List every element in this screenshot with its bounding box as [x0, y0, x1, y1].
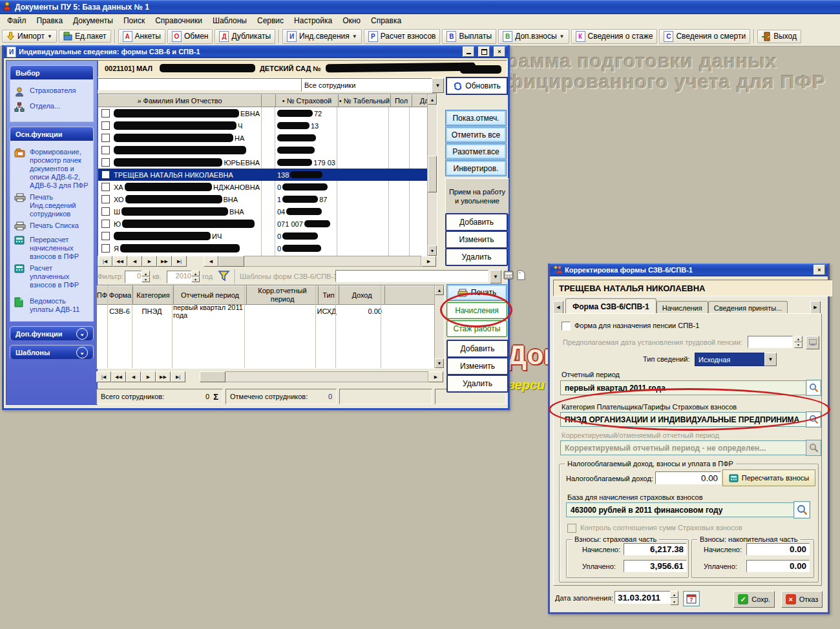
column-header-income[interactable]: Доход: [339, 285, 385, 305]
scrollbar-thumb[interactable]: [428, 156, 437, 192]
refresh-button[interactable]: Обновить: [446, 77, 508, 95]
hscroll-track[interactable]: [244, 256, 421, 267]
sidebar-item-insurer[interactable]: Страхователя: [14, 87, 89, 99]
spv-checkbox[interactable]: [562, 322, 571, 331]
unmark-all-button[interactable]: Разотмет.все: [445, 143, 507, 160]
print-button[interactable]: Печать: [446, 284, 507, 301]
template-new-doc-icon[interactable]: *: [517, 270, 525, 282]
cancel-button[interactable]: × Отказ: [781, 591, 823, 608]
insurance-accrued-input[interactable]: [624, 543, 687, 555]
toolbar-import-button[interactable]: Импорт▼: [2, 30, 57, 43]
pension-calendar-button[interactable]: [806, 336, 819, 349]
quarter-spin-buttons[interactable]: ▲▼: [142, 271, 150, 282]
column-header-insurance-number[interactable]: • № Страховой: [276, 94, 339, 107]
toolbar-experience-button[interactable]: КСведения о стаже: [571, 29, 658, 44]
save-button[interactable]: ✓ Сохр.: [733, 591, 775, 608]
info-type-dropdown-arrow[interactable]: ▼: [764, 353, 777, 366]
template-dropdown-arrow[interactable]: ▼: [490, 270, 501, 284]
menu-service[interactable]: Сервис: [253, 15, 288, 26]
period-field[interactable]: первый квартал 2011 года: [560, 380, 811, 395]
column-header-corr-period[interactable]: Корр.отчетный период: [247, 285, 319, 305]
column-header-type[interactable]: Тип: [319, 285, 339, 305]
column-header-pf[interactable]: ПФ: [97, 285, 108, 305]
menu-help[interactable]: Справка: [366, 15, 406, 26]
panel-templates-header[interactable]: Шаблоны ⌄⌄: [10, 345, 94, 359]
row-checkbox[interactable]: [101, 146, 110, 154]
work-experience-button[interactable]: Стаж работы: [446, 320, 507, 337]
forms-vertical-scrollbar[interactable]: ▲ ▼: [434, 285, 444, 368]
search-input[interactable]: [98, 78, 302, 90]
table-row[interactable]: [98, 144, 428, 156]
pension-date-input[interactable]: [748, 336, 793, 348]
menu-edit[interactable]: Правка: [32, 15, 68, 26]
toolbar-calc-contributions-button[interactable]: РРасчет взносов: [364, 29, 441, 44]
toolbar-extra-contributions-button[interactable]: ВДоп.взносы▼: [498, 29, 569, 44]
menu-window[interactable]: Окно: [338, 15, 365, 26]
invert-selection-button[interactable]: Инвертиров.: [445, 160, 507, 176]
dialog-titlebar[interactable]: Корректировка формы СЗВ-6/СПВ-1 ×: [550, 263, 828, 276]
delete-form-button[interactable]: Удалить: [446, 375, 509, 393]
column-header-sex[interactable]: Пол: [391, 94, 412, 107]
filter-funnel-icon[interactable]: [218, 270, 231, 283]
fill-date-spin[interactable]: ▲▼: [670, 591, 678, 605]
column-header-blank[interactable]: [262, 94, 276, 107]
sigma-icon[interactable]: Σ: [213, 392, 218, 402]
pension-date-spin[interactable]: ▲▼: [794, 336, 803, 348]
base-search-button[interactable]: [793, 501, 810, 519]
toolbar-package-button[interactable]: Ед.пакет: [59, 30, 111, 43]
toolbar-duplicates-button[interactable]: ДДубликаты: [215, 29, 275, 44]
show-marked-button[interactable]: Показ.отмеч.: [445, 110, 507, 126]
row-checkbox[interactable]: [101, 232, 110, 240]
chevron-down-icon[interactable]: ⌄⌄: [76, 328, 88, 340]
table-row[interactable]: Ч13: [98, 119, 428, 132]
sidebar-item-payment-sheet[interactable]: Ведомость уплаты АДВ-11: [14, 297, 89, 314]
table-row[interactable]: Ю071 007: [98, 218, 428, 230]
add-employee-button[interactable]: Добавить: [445, 213, 508, 231]
row-checkbox[interactable]: [101, 121, 110, 130]
savings-accrued-input[interactable]: [746, 543, 810, 555]
chevron-down-icon[interactable]: ⌄⌄: [76, 347, 88, 358]
income-input[interactable]: [655, 471, 721, 484]
column-header-form[interactable]: Форма: [108, 285, 133, 305]
hscroll-right[interactable]: ▶: [421, 256, 436, 266]
row-checkbox[interactable]: [101, 244, 110, 253]
category-search-button[interactable]: [806, 411, 821, 428]
row-checkbox[interactable]: [101, 195, 110, 203]
sidebar-item-department[interactable]: Отдела...: [14, 102, 89, 114]
fill-date-input[interactable]: [614, 591, 671, 604]
hire-fire-button[interactable]: Прием на работу и увольнение: [445, 178, 509, 214]
minimize-button[interactable]: [463, 46, 474, 57]
edit-form-button[interactable]: Изменить: [446, 357, 509, 375]
tab-accruals[interactable]: Начисления: [656, 301, 708, 314]
period-search-button[interactable]: [806, 380, 821, 396]
scroll-up-arrow[interactable]: ▲: [435, 285, 444, 295]
template-calc-icon[interactable]: [503, 271, 514, 281]
table-row[interactable]: ЕВНА72: [98, 107, 428, 119]
column-header-name[interactable]: » Фамилия Имя Отчество: [98, 94, 262, 107]
vertical-scrollbar[interactable]: ▲ ▼: [427, 94, 437, 256]
fill-date-calendar-button[interactable]: 7: [683, 591, 700, 606]
row-checkbox[interactable]: [101, 183, 110, 191]
table-row[interactable]: ШВНА04: [98, 205, 428, 218]
row-checkbox[interactable]: [101, 158, 110, 167]
hscroll-track[interactable]: [226, 371, 428, 382]
hscroll-right[interactable]: ▶: [428, 371, 443, 382]
row-checkbox[interactable]: [101, 170, 110, 179]
panel-select-header[interactable]: Выбор: [10, 65, 94, 79]
recalculate-button[interactable]: Пересчитать взносы: [722, 469, 815, 486]
savings-paid-input[interactable]: [746, 560, 810, 572]
maximize-button[interactable]: [478, 46, 490, 57]
menu-references[interactable]: Справочники: [151, 15, 207, 26]
table-row[interactable]: ХОВНА187: [98, 193, 428, 205]
panel-extra-functions-header[interactable]: Доп.функции ⌄⌄: [10, 326, 94, 340]
info-type-dropdown[interactable]: Исходная: [695, 353, 770, 366]
tab-scroll-right[interactable]: ▶: [810, 301, 821, 314]
edit-employee-button[interactable]: Изменить: [445, 231, 508, 249]
toolbar-death-info-button[interactable]: ССведения о смерти: [659, 29, 750, 44]
vcr-buttons[interactable]: |◀◀◀◀▶▶▶▶|: [96, 371, 185, 382]
close-button[interactable]: ×: [494, 46, 505, 57]
scroll-down-arrow[interactable]: ▼: [428, 245, 437, 256]
vcr-buttons[interactable]: |◀◀◀◀▶▶▶▶|: [98, 256, 187, 266]
toolbar-questionnaires-button[interactable]: ААнкеты: [118, 29, 165, 44]
toolbar-exchange-button[interactable]: ООбмен: [167, 29, 213, 44]
